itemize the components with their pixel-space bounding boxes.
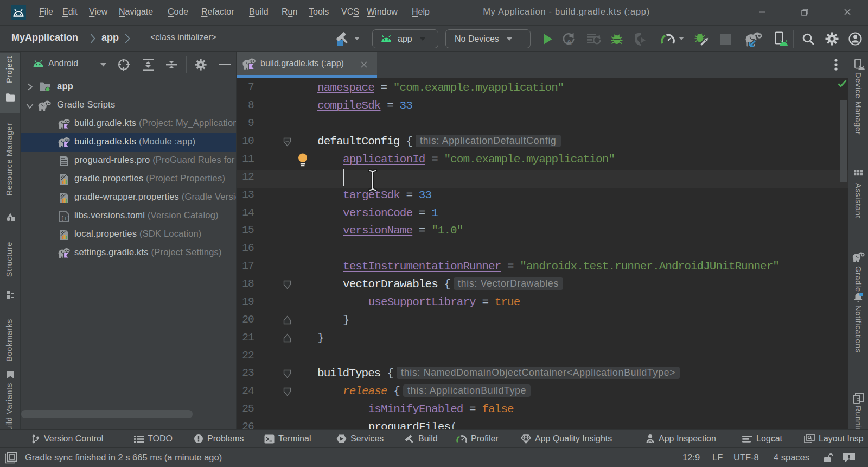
svg-text:A: A <box>567 38 572 46</box>
svg-text:[T]: [T] <box>61 216 69 222</box>
